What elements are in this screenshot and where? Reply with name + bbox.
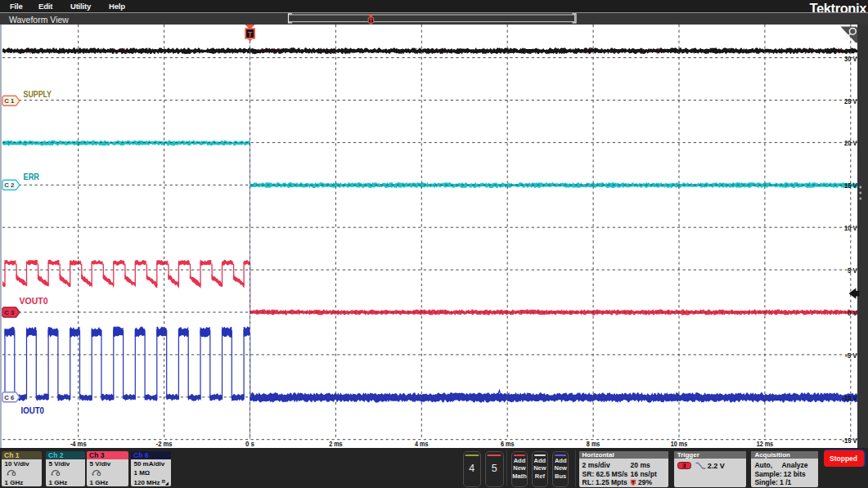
svg-text:10 V: 10 V [844, 224, 857, 232]
svg-text:C 2: C 2 [4, 181, 15, 189]
svg-text:4 ms: 4 ms [415, 440, 429, 448]
svg-text:30 V: 30 V [844, 55, 857, 63]
svg-text:8 ms: 8 ms [587, 440, 600, 448]
svg-text:-5 V: -5 V [845, 351, 857, 360]
svg-text:C 6: C 6 [4, 394, 15, 401]
svg-text:-2 ms: -2 ms [156, 440, 173, 448]
svg-text:C 3: C 3 [4, 309, 15, 316]
svg-text:20 V: 20 V [844, 139, 857, 147]
svg-text:0 V: 0 V [848, 309, 857, 317]
svg-text:IOUT0: IOUT0 [21, 405, 45, 415]
svg-text:-15 V: -15 V [843, 437, 857, 445]
svg-text:T: T [248, 30, 253, 38]
svg-text:6 ms: 6 ms [501, 440, 515, 448]
svg-text:VOUT0: VOUT0 [20, 296, 48, 306]
svg-text:-10 V: -10 V [843, 394, 857, 402]
svg-text:12 ms: 12 ms [757, 440, 774, 448]
svg-text:C 1: C 1 [4, 97, 15, 105]
svg-text:ERR: ERR [24, 172, 40, 181]
svg-text:5 V: 5 V [848, 266, 857, 275]
svg-text:-4 ms: -4 ms [70, 440, 87, 448]
svg-text:10 ms: 10 ms [671, 440, 688, 448]
svg-text:15 V: 15 V [844, 181, 857, 190]
svg-text:SUPPLY: SUPPLY [24, 89, 52, 99]
svg-text:25 V: 25 V [844, 97, 857, 105]
svg-text:0 s: 0 s [245, 440, 254, 448]
svg-text:2 ms: 2 ms [329, 440, 343, 448]
